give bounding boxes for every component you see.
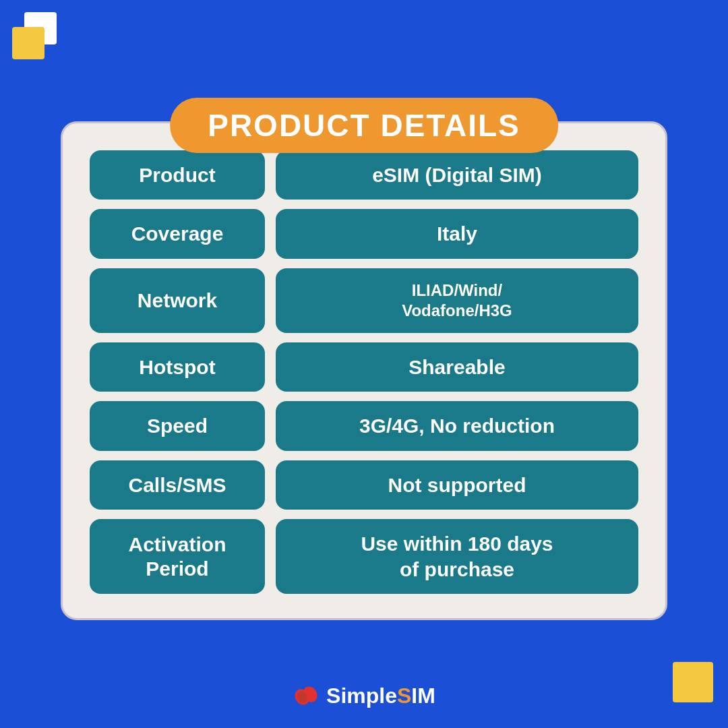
label-cell: Coverage [90, 209, 265, 259]
table-row: ProducteSIM (Digital SIM) [90, 150, 638, 200]
value-cell: 3G/4G, No reduction [276, 401, 638, 451]
label-text: Calls/SMS [128, 473, 226, 497]
value-cell: Use within 180 days of purchase [276, 519, 638, 594]
table-row: HotspotShareable [90, 342, 638, 392]
value-cell: Not supported [276, 460, 638, 510]
table-row: NetworkILIAD/Wind/ Vodafone/H3G [90, 268, 638, 333]
label-text: Coverage [131, 222, 224, 246]
details-rows: ProducteSIM (Digital SIM)CoverageItalyNe… [90, 150, 638, 595]
yellow-square-br [673, 662, 713, 702]
value-text: ILIAD/Wind/ Vodafone/H3G [402, 280, 512, 321]
label-cell: Hotspot [90, 342, 265, 392]
label-text: Product [139, 163, 215, 187]
value-cell: Italy [276, 209, 638, 259]
corner-decoration-top-left [12, 12, 59, 59]
value-text: 3G/4G, No reduction [359, 413, 555, 439]
label-cell: Activation Period [90, 519, 265, 594]
table-row: CoverageItaly [90, 209, 638, 259]
yellow-square [12, 27, 44, 59]
value-text: Not supported [388, 473, 526, 498]
value-cell: Shareable [276, 342, 638, 392]
table-row: Activation PeriodUse within 180 days of … [90, 519, 638, 594]
label-text: Activation Period [128, 533, 226, 581]
value-text: Use within 180 days of purchase [361, 531, 553, 582]
label-text: Speed [147, 414, 208, 438]
label-text: Network [138, 289, 217, 313]
value-text: eSIM (Digital SIM) [372, 162, 542, 188]
label-cell: Product [90, 150, 265, 200]
table-row: Calls/SMSNot supported [90, 460, 638, 510]
simplesim-logo-icon [293, 682, 320, 709]
value-cell: ILIAD/Wind/ Vodafone/H3G [276, 268, 638, 333]
label-text: Hotspot [139, 355, 215, 380]
title-badge: PRODUCT DETAILS [170, 98, 558, 153]
value-text: Italy [437, 221, 477, 247]
corner-decoration-bottom-right [666, 655, 713, 702]
table-row: Speed3G/4G, No reduction [90, 401, 638, 451]
label-cell: Calls/SMS [90, 460, 265, 510]
brand-name: SimpleSIM [326, 684, 435, 708]
label-cell: Speed [90, 401, 265, 451]
label-cell: Network [90, 268, 265, 333]
value-text: Shareable [408, 355, 505, 380]
footer: SimpleSIM [293, 682, 435, 709]
value-cell: eSIM (Digital SIM) [276, 150, 638, 200]
product-details-card: PRODUCT DETAILS ProducteSIM (Digital SIM… [61, 121, 667, 621]
card-title: PRODUCT DETAILS [208, 108, 520, 143]
